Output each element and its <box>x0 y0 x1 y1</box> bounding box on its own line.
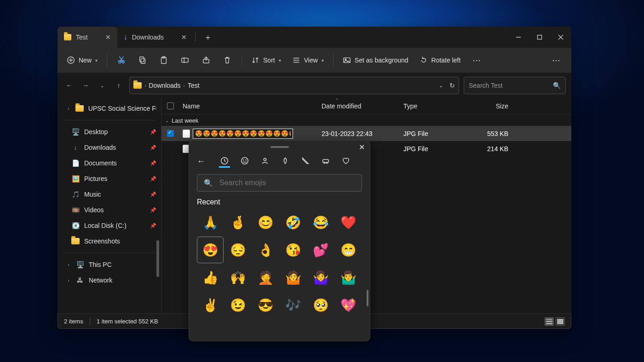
emoji-cell[interactable]: ✌️ <box>197 292 224 318</box>
sidebar-item-thispc[interactable]: › 🖥️ This PC <box>58 257 161 272</box>
sidebar-item[interactable]: › UPSC Social Science Fu <box>58 101 161 116</box>
new-button[interactable]: New ▾ <box>62 53 102 67</box>
emoji-cell[interactable]: 🤷‍♀️ <box>307 264 334 291</box>
view-button[interactable]: View ▾ <box>288 53 328 67</box>
view-details-button[interactable] <box>545 317 554 326</box>
rotate-left-button[interactable]: Rotate left <box>415 53 466 67</box>
delete-button[interactable] <box>218 53 237 67</box>
breadcrumb[interactable]: Test <box>188 82 200 89</box>
emoji-search-input[interactable] <box>219 179 355 187</box>
sidebar-item-label: Screenshots <box>84 238 120 245</box>
emoji-cell[interactable]: ❤️ <box>335 209 362 236</box>
chevron-right-icon[interactable]: › <box>66 106 71 111</box>
maximize-button[interactable] <box>529 27 550 48</box>
emoji-cell[interactable]: 💕 <box>307 237 334 263</box>
emoji-cell[interactable]: 😎 <box>252 292 279 318</box>
column-type[interactable]: Type <box>400 102 467 110</box>
sidebar-item[interactable]: Screenshots <box>58 233 161 249</box>
row-checkbox[interactable] <box>167 130 174 137</box>
folder-icon <box>75 105 83 112</box>
new-tab-button[interactable]: ＋ <box>197 27 218 48</box>
scrollbar[interactable] <box>156 240 159 277</box>
category-recent[interactable] <box>219 155 230 168</box>
sidebar-item[interactable]: 📄Documents📌 <box>58 155 161 171</box>
address-dropdown[interactable]: ⌄ <box>439 83 443 89</box>
nav-up-button[interactable]: ↑ <box>113 82 125 89</box>
sidebar-item-network[interactable]: › 🖧 Network <box>58 272 161 288</box>
emoji-cell[interactable]: 🎶 <box>280 292 306 318</box>
emoji-cell[interactable]: 😉 <box>224 292 251 318</box>
cut-button[interactable] <box>112 53 131 68</box>
close-button[interactable] <box>550 27 571 48</box>
emoji-cell[interactable]: 🥺 <box>307 292 334 318</box>
category-celebration[interactable] <box>280 155 291 168</box>
select-all-checkbox[interactable] <box>167 102 174 109</box>
sidebar-item[interactable]: 🖥️Desktop📌 <box>58 124 161 140</box>
close-icon[interactable]: ✕ <box>359 143 365 152</box>
drag-handle-icon[interactable] <box>270 146 289 148</box>
emoji-cell[interactable]: 🙌 <box>224 264 251 291</box>
chevron-right-icon[interactable]: › <box>66 278 71 283</box>
column-date[interactable]: Date modified ⌃ <box>318 102 400 110</box>
view-thumbs-button[interactable] <box>556 317 565 326</box>
category-food[interactable] <box>300 155 311 168</box>
close-icon[interactable]: ✕ <box>181 34 187 41</box>
file-row[interactable]: 23-01-2023 22:43 JPG File 553 KB <box>161 126 571 141</box>
sidebar-item[interactable]: 🎵Music📌 <box>58 187 161 202</box>
picker-section-label: Recent <box>189 194 370 207</box>
emoji-cell[interactable]: 😊 <box>252 209 279 236</box>
more-button-2[interactable]: ⋯ <box>546 52 567 68</box>
scrollbar[interactable] <box>367 290 368 306</box>
emoji-cell[interactable]: 😔 <box>224 237 251 263</box>
picker-header[interactable]: ✕ <box>189 140 370 154</box>
tab-label: Downloads <box>132 34 164 41</box>
chevron-right-icon[interactable]: › <box>66 262 71 267</box>
category-transport[interactable] <box>320 155 331 168</box>
column-name[interactable]: Name <box>179 102 318 110</box>
nav-forward-button[interactable]: → <box>80 82 92 89</box>
more-button-1[interactable]: ⋯ <box>467 52 487 68</box>
sort-button[interactable]: Sort ▾ <box>247 53 286 67</box>
rename-input[interactable] <box>193 129 293 139</box>
emoji-search[interactable]: 🔍 <box>197 174 362 192</box>
status-selected: 1 item selected 552 KB <box>97 318 158 325</box>
tab-test[interactable]: Test ✕ <box>58 27 117 48</box>
nav-recent-button[interactable]: ⌄ <box>96 83 108 88</box>
minimize-button[interactable] <box>508 27 529 48</box>
picker-back-button[interactable]: ← <box>197 157 210 166</box>
emoji-cell[interactable]: 👌 <box>252 237 279 263</box>
emoji-cell[interactable]: 😂 <box>307 209 334 236</box>
emoji-cell[interactable]: 🤷‍♂️ <box>335 264 362 291</box>
emoji-cell[interactable]: 😁 <box>335 237 362 263</box>
search-box[interactable]: Search Test 🔍 <box>464 77 566 94</box>
paste-button[interactable] <box>154 53 173 67</box>
sidebar-item[interactable]: ↓Downloads📌 <box>58 140 161 155</box>
emoji-cell[interactable]: 💖 <box>335 292 362 318</box>
group-header[interactable]: ⌄ Last week <box>161 114 571 126</box>
emoji-cell[interactable]: 🤦 <box>252 264 279 291</box>
emoji-cell[interactable]: 🤞 <box>224 209 251 236</box>
emoji-cell[interactable]: 🤷 <box>280 264 306 291</box>
tab-downloads[interactable]: ↓ Downloads ✕ <box>117 27 193 48</box>
rename-button[interactable] <box>175 53 195 67</box>
emoji-cell[interactable]: 🤣 <box>280 209 306 236</box>
category-symbols[interactable] <box>340 155 351 168</box>
nav-back-button[interactable]: ← <box>63 82 75 89</box>
copy-button[interactable] <box>133 53 152 67</box>
close-icon[interactable]: ✕ <box>105 34 111 41</box>
breadcrumb[interactable]: Downloads <box>149 82 180 89</box>
emoji-cell[interactable]: 😘 <box>280 237 306 263</box>
address-bar[interactable]: › Downloads › Test ⌄ ↻ <box>129 77 459 94</box>
category-people[interactable] <box>259 155 270 168</box>
set-background-button[interactable]: Set as background <box>338 53 413 67</box>
sidebar-item[interactable]: 💽Local Disk (C:)📌 <box>58 218 161 233</box>
refresh-button[interactable]: ↻ <box>449 82 455 89</box>
share-button[interactable] <box>196 53 216 67</box>
category-smileys[interactable] <box>239 155 250 168</box>
column-size[interactable]: Size <box>467 102 512 110</box>
emoji-cell[interactable]: 😍 <box>197 237 224 263</box>
sidebar-item[interactable]: 🖼️Pictures📌 <box>58 171 161 187</box>
sidebar-item[interactable]: 🎞️Videos📌 <box>58 202 161 218</box>
emoji-cell[interactable]: 👍 <box>197 264 224 291</box>
emoji-cell[interactable]: 🙏 <box>197 209 224 236</box>
